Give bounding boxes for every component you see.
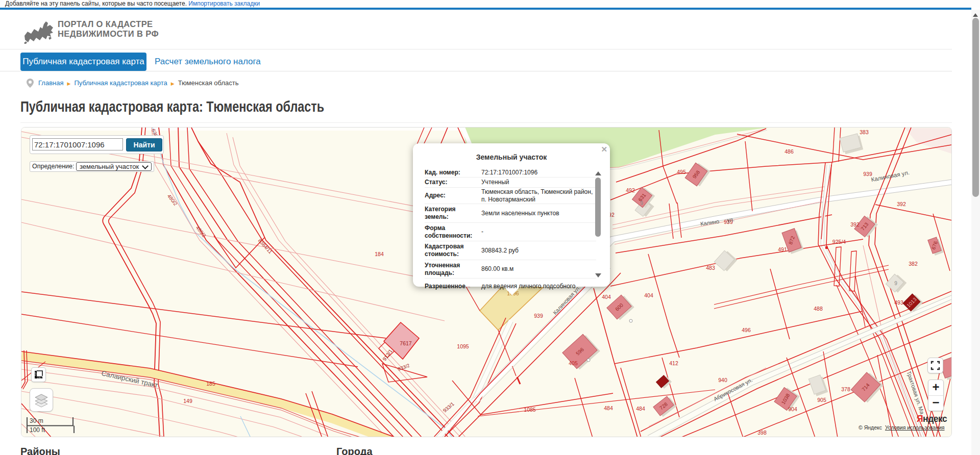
svg-text:486: 486 <box>785 148 794 155</box>
svg-text:483: 483 <box>706 265 715 271</box>
svg-text:405: 405 <box>569 360 578 366</box>
svg-text:1095: 1095 <box>457 343 469 349</box>
svg-text:149: 149 <box>183 398 192 404</box>
svg-text:184: 184 <box>375 251 384 257</box>
svg-text:404: 404 <box>602 294 611 300</box>
svg-text:939: 939 <box>534 313 543 319</box>
svg-text:392: 392 <box>850 221 860 228</box>
svg-text:404: 404 <box>644 292 653 298</box>
svg-text:496: 496 <box>742 327 751 333</box>
svg-text:382: 382 <box>909 261 918 267</box>
svg-text:392: 392 <box>897 201 906 207</box>
svg-text:398: 398 <box>757 429 767 436</box>
svg-text:491: 491 <box>778 246 787 252</box>
svg-text:412: 412 <box>669 360 678 366</box>
svg-text:940: 940 <box>718 377 727 383</box>
svg-text:9: 9 <box>894 281 897 286</box>
svg-text:185: 185 <box>206 381 215 387</box>
svg-text:378: 378 <box>841 386 850 392</box>
svg-text:905: 905 <box>817 397 826 403</box>
svg-text:495: 495 <box>677 169 686 175</box>
svg-text:925/4: 925/4 <box>832 239 846 245</box>
svg-text:383: 383 <box>860 129 869 135</box>
svg-text:488: 488 <box>814 306 823 312</box>
svg-text:484: 484 <box>636 406 645 412</box>
svg-text:492: 492 <box>626 187 635 193</box>
svg-text:1085: 1085 <box>524 407 536 413</box>
svg-text:9: 9 <box>640 200 643 206</box>
svg-text:493: 493 <box>894 299 903 306</box>
svg-text:904: 904 <box>788 406 797 412</box>
svg-text:484: 484 <box>604 405 613 411</box>
svg-text:7617: 7617 <box>400 340 412 346</box>
svg-text:939: 939 <box>863 171 872 177</box>
